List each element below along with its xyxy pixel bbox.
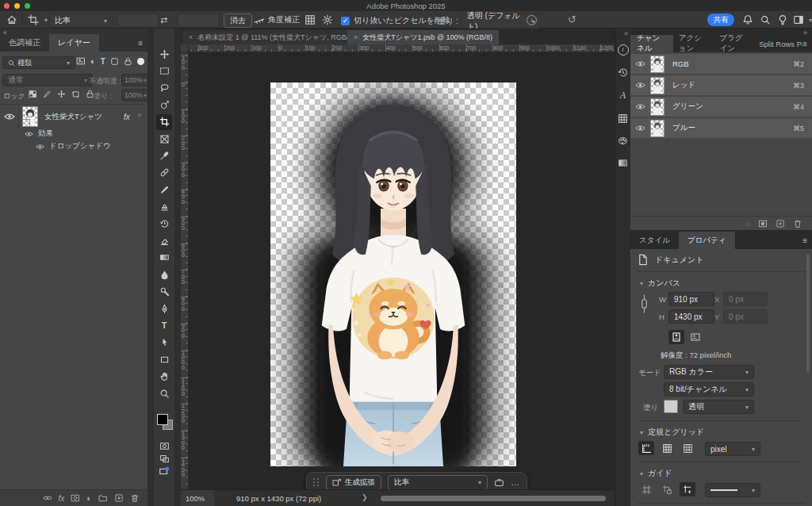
gradients-panel-icon[interactable] — [618, 158, 628, 168]
width-field[interactable]: 910 px — [668, 292, 714, 306]
eraser-tool[interactable] — [156, 232, 172, 248]
clear-button[interactable]: 消去 — [224, 13, 252, 28]
opacity-field[interactable]: 100%▾ — [121, 74, 149, 86]
task-bar-ratio-select[interactable]: 比率▾ — [388, 475, 488, 490]
lock-transparent-pixels-icon[interactable] — [29, 90, 37, 98]
discover-button[interactable] — [777, 14, 788, 25]
channel-row-red[interactable]: レッド⌘3 — [630, 75, 812, 96]
layer-style-icon[interactable]: fx — [59, 494, 65, 503]
foreground-background-swatches[interactable] — [157, 414, 173, 430]
tab-styles[interactable]: スタイル — [630, 232, 679, 249]
history-panel-icon[interactable] — [618, 67, 628, 78]
info-panel-button[interactable]: i — [618, 44, 629, 56]
feedback-icon[interactable] — [494, 477, 504, 488]
zoom-level-field[interactable]: 100% — [181, 490, 214, 506]
reset-button[interactable]: ↺ — [568, 13, 576, 25]
character-panel-icon[interactable] — [618, 113, 628, 124]
close-tab-icon[interactable]: × — [189, 33, 193, 41]
height-field[interactable]: 1430 px — [668, 309, 714, 324]
document-tab-1[interactable]: × 名称未設定 1 @ 111% (女性柴犬Tシャツ, RGB/8) * — [182, 30, 354, 44]
crop-height-input[interactable] — [178, 13, 219, 27]
channel-visibility-toggle[interactable] — [635, 125, 645, 132]
bit-depth-select[interactable]: 8 bit/チャンネル▾ — [664, 382, 754, 397]
history-brush-tool[interactable] — [156, 216, 172, 232]
toggle-pixel-grid-button[interactable] — [680, 441, 695, 455]
toggle-grid-button[interactable] — [659, 441, 675, 455]
clone-stamp-tool[interactable] — [156, 199, 172, 215]
object-selection-tool[interactable] — [156, 97, 172, 113]
foreground-color-swatch[interactable] — [157, 414, 168, 425]
rectangle-tool[interactable] — [156, 351, 172, 367]
orientation-portrait-button[interactable] — [668, 330, 684, 344]
tab-channels[interactable]: チャンネル — [630, 35, 673, 52]
filter-smart-objects-icon[interactable] — [124, 57, 132, 66]
pen-tool[interactable] — [156, 301, 172, 316]
crop-overlay-button[interactable] — [304, 14, 316, 25]
tab-properties[interactable]: プロパティ — [679, 232, 735, 249]
tab-layers[interactable]: レイヤー — [49, 34, 99, 52]
swatches-panel-icon[interactable] — [618, 136, 628, 146]
tab-split-rows[interactable]: Split Rows Pan — [755, 35, 802, 52]
delete-channel-icon[interactable] — [793, 219, 802, 228]
straighten-button[interactable]: 角度補正 — [254, 14, 300, 25]
status-info-chevron[interactable]: ❯ — [362, 493, 368, 501]
drop-shadow-visibility-toggle[interactable] — [33, 142, 46, 151]
panel-menu-icon[interactable]: ≡ — [138, 39, 143, 48]
section-collapse-icon[interactable]: ▾ — [640, 429, 643, 436]
channel-row-blue[interactable]: ブルー⌘5 — [630, 118, 812, 139]
horizontal-scrollbar[interactable] — [381, 496, 606, 501]
layer-fx-badge[interactable]: fx — [124, 113, 130, 121]
fill-field[interactable]: 100%▾ — [121, 89, 149, 102]
tab-actions[interactable]: アクション — [673, 35, 714, 52]
generative-expand-button[interactable]: 生成拡張 — [326, 475, 381, 490]
path-selection-tool[interactable] — [156, 335, 172, 351]
lock-artboard-icon[interactable] — [71, 90, 80, 98]
fill-color-swatch[interactable] — [664, 400, 678, 413]
snap-guides-button[interactable] — [680, 482, 695, 496]
filter-adjustment-layers-icon[interactable]: ◐ — [90, 56, 96, 66]
filter-shape-layers-icon[interactable] — [110, 57, 119, 66]
guide-style-select[interactable]: ▾ — [705, 483, 760, 497]
section-collapse-icon[interactable]: ▾ — [640, 280, 643, 287]
channel-row-rgb[interactable]: RGB⌘2 — [630, 54, 812, 75]
lock-position-icon[interactable] — [57, 90, 66, 98]
search-button[interactable] — [760, 14, 771, 25]
save-selection-as-channel-icon[interactable] — [758, 219, 768, 228]
expand-panels-button[interactable]: » — [615, 29, 630, 38]
new-layer-icon[interactable] — [114, 493, 124, 503]
crop-ratio-select[interactable]: 比率▾ — [49, 13, 113, 28]
checkbox-checked-icon[interactable]: ✓ — [341, 17, 350, 25]
device-preview-button[interactable] — [156, 463, 172, 479]
orientation-landscape-button[interactable] — [688, 330, 703, 344]
channel-visibility-toggle[interactable] — [635, 103, 645, 110]
glyphs-panel-icon[interactable]: A — [620, 90, 626, 102]
panel-menu-icon[interactable]: ≡ — [802, 40, 807, 48]
crop-width-input[interactable] — [117, 13, 159, 27]
layer-thumbnail[interactable] — [22, 106, 38, 127]
link-dimensions-icon[interactable] — [640, 293, 649, 314]
brush-tool[interactable] — [156, 182, 172, 197]
y-field[interactable]: 0 px — [723, 309, 768, 324]
new-channel-icon[interactable] — [776, 219, 785, 228]
crop-tool[interactable] — [156, 114, 172, 130]
add-adjustment-icon[interactable]: ◐ — [86, 493, 92, 503]
add-mask-icon[interactable] — [71, 493, 80, 503]
frame-tool[interactable] — [156, 131, 172, 147]
channel-visibility-toggle[interactable] — [635, 60, 645, 67]
delete-layer-icon[interactable] — [130, 493, 140, 503]
layer-filter-select[interactable]: 種類 ▾ — [2, 56, 75, 69]
rectangular-marquee-tool[interactable] — [156, 63, 172, 79]
share-button[interactable]: 共有 — [707, 13, 734, 26]
notifications-button[interactable] — [742, 14, 753, 25]
panel-menu-icon[interactable]: ≡ — [802, 236, 807, 245]
x-field[interactable]: 0 px — [723, 292, 768, 306]
tab-adjustments[interactable]: 色調補正 — [0, 34, 49, 52]
new-group-icon[interactable] — [98, 493, 108, 503]
filter-toggle-icon[interactable] — [137, 58, 144, 65]
effects-row[interactable]: 効果 — [0, 128, 147, 140]
blur-tool[interactable] — [156, 266, 172, 282]
load-channel-selection-icon[interactable]: ◌ — [745, 219, 750, 228]
home-button[interactable] — [6, 14, 17, 25]
drop-shadow-row[interactable]: ドロップシャドウ — [0, 140, 147, 152]
hand-tool[interactable] — [156, 369, 172, 385]
